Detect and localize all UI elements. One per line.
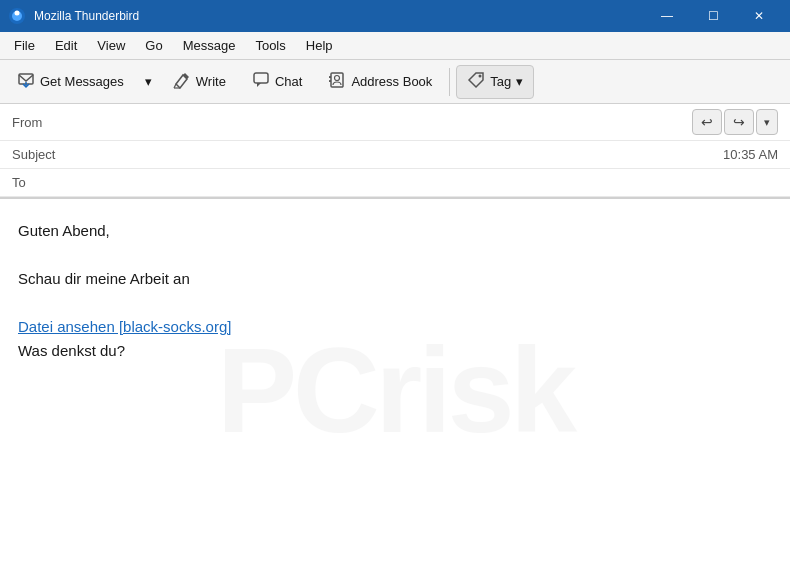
svg-marker-8 xyxy=(257,83,261,87)
back-button[interactable]: ↩ xyxy=(692,109,722,135)
window-title: Mozilla Thunderbird xyxy=(34,9,644,23)
chat-icon xyxy=(252,71,270,93)
tag-dropdown-icon: ▾ xyxy=(516,74,523,89)
subject-row: Subject 10:35 AM xyxy=(0,141,790,169)
to-label: To xyxy=(12,175,72,190)
get-messages-label: Get Messages xyxy=(40,74,124,89)
svg-rect-12 xyxy=(329,80,331,82)
email-link[interactable]: Datei ansehen [black-socks.org] xyxy=(18,318,231,335)
from-row: From ↩ ↪ ▾ xyxy=(0,104,790,141)
menu-help[interactable]: Help xyxy=(296,34,343,57)
body-line-2: Schau dir meine Arbeit an xyxy=(18,267,772,291)
menu-file[interactable]: File xyxy=(4,34,45,57)
svg-rect-7 xyxy=(254,73,268,83)
email-header: From ↩ ↪ ▾ Subject 10:35 AM To xyxy=(0,104,790,199)
from-label: From xyxy=(12,115,72,130)
dropdown-arrow-icon: ▾ xyxy=(145,74,152,89)
menu-edit[interactable]: Edit xyxy=(45,34,87,57)
write-icon xyxy=(173,71,191,93)
forward-button[interactable]: ↪ xyxy=(724,109,754,135)
tag-icon xyxy=(467,71,485,93)
tag-button[interactable]: Tag ▾ xyxy=(456,65,534,99)
subject-label: Subject xyxy=(12,147,72,162)
minimize-button[interactable]: — xyxy=(644,0,690,32)
menu-bar: File Edit View Go Message Tools Help xyxy=(0,32,790,60)
greeting-line: Guten Abend, xyxy=(18,219,772,243)
tag-label: Tag xyxy=(490,74,511,89)
to-row: To xyxy=(0,169,790,197)
get-messages-icon xyxy=(17,71,35,93)
email-timestamp: 10:35 AM xyxy=(723,147,778,162)
chat-button[interactable]: Chat xyxy=(241,65,313,99)
write-label: Write xyxy=(196,74,226,89)
menu-tools[interactable]: Tools xyxy=(245,34,295,57)
window-controls: — ☐ ✕ xyxy=(644,0,782,32)
address-book-icon xyxy=(328,71,346,93)
get-messages-dropdown[interactable]: ▾ xyxy=(139,65,158,99)
toolbar-separator xyxy=(449,68,450,96)
body-closing: Was denkst du? xyxy=(18,339,772,363)
svg-point-2 xyxy=(15,11,20,16)
close-button[interactable]: ✕ xyxy=(736,0,782,32)
menu-message[interactable]: Message xyxy=(173,34,246,57)
title-bar: Mozilla Thunderbird — ☐ ✕ xyxy=(0,0,790,32)
nav-dropdown-button[interactable]: ▾ xyxy=(756,109,778,135)
email-content: Guten Abend, Schau dir meine Arbeit an D… xyxy=(18,219,772,363)
app-icon xyxy=(8,7,26,25)
chat-label: Chat xyxy=(275,74,302,89)
email-navigation: ↩ ↪ ▾ xyxy=(692,109,778,135)
svg-rect-11 xyxy=(329,76,331,78)
main-content: From ↩ ↪ ▾ Subject 10:35 AM To PCrisk Gu… xyxy=(0,104,790,581)
address-book-button[interactable]: Address Book xyxy=(317,65,443,99)
address-book-label: Address Book xyxy=(351,74,432,89)
menu-go[interactable]: Go xyxy=(135,34,172,57)
svg-point-10 xyxy=(335,75,340,80)
svg-point-13 xyxy=(479,74,482,77)
menu-view[interactable]: View xyxy=(87,34,135,57)
toolbar: Get Messages ▾ Write Chat xyxy=(0,60,790,104)
write-button[interactable]: Write xyxy=(162,65,237,99)
get-messages-button[interactable]: Get Messages xyxy=(6,65,135,99)
email-body: PCrisk Guten Abend, Schau dir meine Arbe… xyxy=(0,199,790,581)
maximize-button[interactable]: ☐ xyxy=(690,0,736,32)
